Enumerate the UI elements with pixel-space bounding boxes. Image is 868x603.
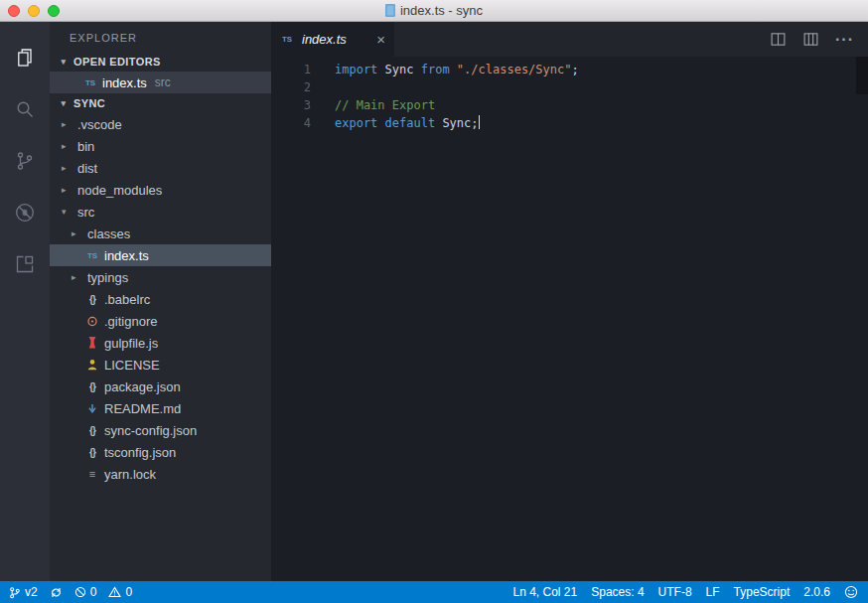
status-typescript-version[interactable]: 2.0.6	[803, 585, 830, 599]
minimize-window-button[interactable]	[28, 5, 40, 17]
tree-file-tsconfig.json[interactable]: {}tsconfig.json	[50, 441, 271, 463]
status-eol[interactable]: LF	[706, 585, 720, 599]
window-title: index.ts - sync	[400, 3, 483, 18]
titlebar: index.ts - sync	[0, 0, 868, 22]
tree-item-label: package.json	[104, 379, 181, 394]
tree-file-README.md[interactable]: README.md	[50, 397, 271, 419]
chevron-right-icon: ▸	[62, 119, 75, 129]
tree-item-label: yarn.lock	[104, 467, 156, 482]
status-warnings[interactable]: 0	[108, 585, 132, 599]
sync-icon	[50, 586, 63, 599]
tree-item-label: sync-config.json	[104, 423, 197, 438]
status-label: 0	[125, 585, 132, 599]
typescript-file-icon: TS	[83, 78, 97, 87]
close-tab-icon[interactable]: ×	[376, 32, 385, 47]
tree-item-label: .babelrc	[104, 292, 150, 307]
scrollbar[interactable]	[856, 57, 868, 94]
status-bar: v200 Ln 4, Col 21Spaces: 4UTF-8LFTypeScr…	[0, 581, 868, 603]
status-branch[interactable]: v2	[8, 585, 38, 599]
split-editor-icon[interactable]	[770, 31, 787, 48]
code-lines: 1import Sync from "./classes/Sync";23// …	[271, 61, 868, 132]
line-number: 4	[271, 114, 311, 132]
status-cursor-position[interactable]: Ln 4, Col 21	[512, 585, 577, 599]
json-file-icon: {}	[85, 294, 99, 305]
tab-label: index.ts	[302, 32, 347, 47]
json-file-icon: {}	[85, 425, 99, 436]
statusbar-left: v200	[8, 585, 132, 599]
tree-file-.gitignore[interactable]: .gitignore	[50, 310, 271, 332]
open-editors-header[interactable]: ▾ OPEN EDITORS	[50, 52, 271, 72]
tree-item-label: README.md	[104, 401, 181, 416]
tree-folder-bin[interactable]: ▸bin	[50, 135, 271, 157]
vscode-window: index.ts - sync EXPLORER ▾ OPEN EDITORS …	[0, 0, 868, 603]
tree-folder-node_modules[interactable]: ▸node_modules	[50, 179, 271, 201]
line-number: 3	[271, 96, 311, 114]
gulp-file-icon	[85, 337, 99, 349]
json-file-icon: {}	[85, 447, 99, 458]
code-line-2[interactable]: 2	[271, 78, 868, 96]
code-line-1[interactable]: 1import Sync from "./classes/Sync";	[271, 61, 868, 78]
editor-area: TS index.ts × ··· 1import Sync from "./c…	[271, 22, 868, 581]
line-number: 2	[271, 78, 311, 96]
tree-item-label: src	[77, 205, 94, 220]
tree-file-LICENSE[interactable]: LICENSE	[50, 354, 271, 376]
status-language-mode[interactable]: TypeScript	[734, 585, 791, 599]
code-line-3[interactable]: 3// Main Export	[271, 96, 868, 114]
status-label: v2	[25, 585, 38, 599]
git-branch-icon	[13, 149, 37, 173]
typescript-file-icon: TS	[280, 35, 294, 44]
activity-bar	[0, 22, 50, 581]
statusbar-right: Ln 4, Col 21Spaces: 4UTF-8LFTypeScript2.…	[512, 585, 858, 599]
more-actions-icon[interactable]: ···	[835, 31, 854, 49]
tree-item-label: .gitignore	[104, 314, 157, 329]
text-cursor	[479, 115, 480, 129]
document-proxy-icon	[385, 4, 395, 17]
open-editor-detail: src	[155, 75, 171, 89]
chevron-right-icon: ▸	[62, 185, 75, 195]
tree-folder-classes[interactable]: ▸classes	[50, 223, 271, 244]
folder-root-header[interactable]: ▾ SYNC	[50, 93, 271, 113]
tree-item-label: gulpfile.js	[104, 336, 158, 351]
activity-item-search[interactable]	[0, 83, 50, 135]
activity-item-explorer[interactable]	[0, 32, 50, 83]
activity-item-debug[interactable]	[0, 187, 50, 238]
tree-folder-dist[interactable]: ▸dist	[50, 157, 271, 179]
tree-item-label: typings	[87, 270, 128, 285]
tree-file-index.ts[interactable]: TSindex.ts	[50, 244, 271, 266]
code-line-4[interactable]: 4export default Sync;	[271, 114, 868, 132]
code-editor[interactable]: 1import Sync from "./classes/Sync";23// …	[271, 57, 868, 581]
tree-file-.babelrc[interactable]: {}.babelrc	[50, 288, 271, 310]
status-errors[interactable]: 0	[74, 585, 97, 599]
git-branch-icon	[8, 586, 21, 599]
files-icon	[13, 46, 37, 70]
chevron-right-icon: ▸	[72, 272, 85, 282]
tree-file-gulpfile.js[interactable]: gulpfile.js	[50, 332, 271, 354]
status-indentation[interactable]: Spaces: 4	[591, 585, 644, 599]
tree-file-yarn.lock[interactable]: ≡yarn.lock	[50, 463, 271, 485]
tree-folder-src[interactable]: ▾src	[50, 201, 271, 223]
tree-item-label: tsconfig.json	[104, 445, 176, 460]
tree-file-sync-config.json[interactable]: {}sync-config.json	[50, 419, 271, 441]
file-tree: ▸.vscode▸bin▸dist▸node_modules▾src▸class…	[50, 113, 271, 485]
tab-index-ts[interactable]: TS index.ts ×	[271, 22, 394, 57]
tree-item-label: bin	[77, 139, 94, 154]
status-sync[interactable]	[50, 586, 63, 599]
status-label: Spaces: 4	[591, 585, 644, 599]
toggle-layout-icon[interactable]	[802, 31, 819, 48]
close-window-button[interactable]	[8, 5, 20, 17]
tree-file-package.json[interactable]: {}package.json	[50, 376, 271, 397]
status-encoding[interactable]: UTF-8	[658, 585, 692, 599]
tree-folder-typings[interactable]: ▸typings	[50, 266, 271, 288]
tree-folder-.vscode[interactable]: ▸.vscode	[50, 113, 271, 135]
open-editor-item-index.ts[interactable]: TSindex.tssrc	[50, 72, 271, 93]
license-file-icon	[85, 359, 99, 371]
line-number: 1	[271, 61, 311, 78]
open-editors-list: TSindex.tssrc	[50, 72, 271, 93]
json-file-icon: {}	[85, 381, 99, 392]
activity-item-extensions[interactable]	[0, 238, 50, 290]
sidebar-title: EXPLORER	[50, 22, 271, 52]
zoom-window-button[interactable]	[48, 5, 60, 17]
typescript-file-icon: TS	[85, 251, 99, 260]
status-feedback[interactable]	[844, 585, 858, 599]
activity-item-source-control[interactable]	[0, 135, 50, 187]
